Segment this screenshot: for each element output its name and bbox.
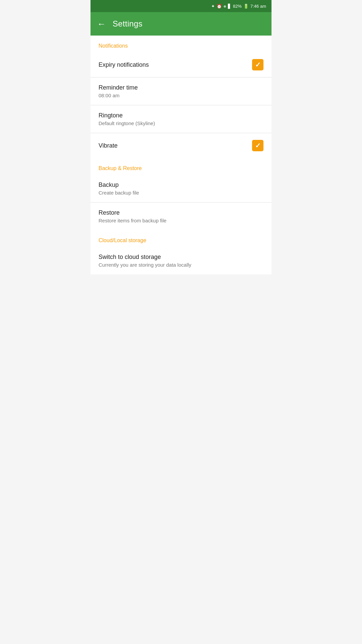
section-header-backup: Backup & Restore [90,158,272,175]
section-header-cloud: Cloud/Local storage [90,230,272,247]
list-item[interactable]: Expiry notifications ✓ [90,52,272,77]
app-bar: ← Settings [90,12,272,36]
item-subtitle-backup: Create backup file [99,190,139,196]
section-header-notifications: Notifications [90,36,272,52]
item-subtitle-restore: Restore items from backup file [99,218,167,223]
battery-icon: 🔋 [243,4,249,9]
page-title: Settings [113,19,142,29]
item-title-cloud: Switch to cloud storage [99,254,191,261]
checkmark-icon: ✓ [255,142,261,150]
checkbox-vibrate[interactable]: ✓ [252,140,263,151]
item-text-ringtone: Ringtone Default ringtone (Skyline) [99,112,155,126]
item-title-vibrate: Vibrate [99,142,118,149]
list-item[interactable]: Backup Create backup file [90,175,272,203]
list-item[interactable]: Switch to cloud storage Currently you ar… [90,247,272,274]
battery-percentage: 82% [233,4,242,9]
status-time: 7:46 am [250,4,266,9]
section-notifications: Notifications Expiry notifications ✓ Rem… [90,36,272,158]
alarm-icon: ⏰ [217,4,222,9]
checkbox-expiry[interactable]: ✓ [252,59,263,70]
list-item[interactable]: Vibrate ✓ [90,133,272,158]
list-item[interactable]: Ringtone Default ringtone (Skyline) [90,105,272,133]
item-subtitle-ringtone: Default ringtone (Skyline) [99,120,155,126]
wifi-icon: ⎈ [224,4,226,9]
status-bar: ✦ ⏰ ⎈ ▋ 82% 🔋 7:46 am [90,0,272,12]
section-cloud-local: Cloud/Local storage Switch to cloud stor… [90,230,272,274]
item-text-expiry: Expiry notifications [99,61,149,68]
item-text-cloud: Switch to cloud storage Currently you ar… [99,254,191,268]
item-text-reminder: Reminder time 08:00 am [99,84,138,98]
checkmark-icon: ✓ [255,61,261,69]
item-title-restore: Restore [99,209,167,216]
item-subtitle-cloud: Currently you are storing your data loca… [99,262,191,268]
list-item[interactable]: Restore Restore items from backup file [90,203,272,230]
item-subtitle-reminder: 08:00 am [99,93,138,98]
back-button[interactable]: ← [97,19,106,29]
item-text-vibrate: Vibrate [99,142,118,149]
item-title-ringtone: Ringtone [99,112,155,119]
settings-content: Notifications Expiry notifications ✓ Rem… [90,36,272,274]
section-backup-restore: Backup & Restore Backup Create backup fi… [90,158,272,230]
signal-icon: ▋ [228,4,231,9]
bluetooth-icon: ✦ [211,4,215,9]
item-title-backup: Backup [99,181,139,189]
item-text-restore: Restore Restore items from backup file [99,209,167,223]
item-text-backup: Backup Create backup file [99,181,139,196]
status-icons: ✦ ⏰ ⎈ ▋ 82% 🔋 7:46 am [211,4,266,9]
list-item[interactable]: Reminder time 08:00 am [90,77,272,105]
item-title-expiry: Expiry notifications [99,61,149,68]
item-title-reminder: Reminder time [99,84,138,91]
